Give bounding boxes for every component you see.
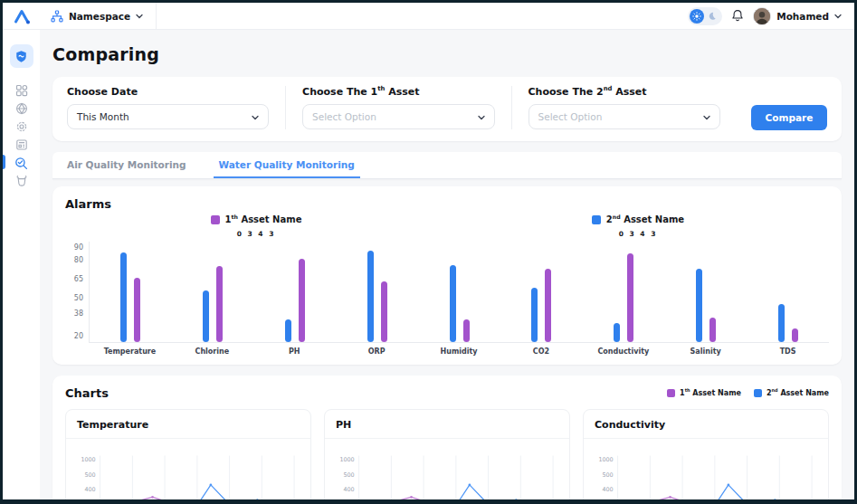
legend-swatch-blue: [592, 215, 601, 224]
x-category-label: Salinity: [664, 347, 747, 356]
chevron-down-icon: [703, 115, 710, 120]
conductivity-line-chart: 1000500400300: [595, 448, 817, 504]
tab-water-quality-monitoring[interactable]: Water Quality Monitoring: [214, 152, 360, 178]
bar-2nd-asset-name[interactable]: [778, 304, 785, 342]
app-window: Namespace: [0, 0, 857, 504]
chart-card-ph: PH1000500400300: [324, 409, 570, 504]
sidebar-item-shield[interactable]: [10, 44, 33, 68]
alarm-icon: [15, 175, 28, 187]
asset2-select-placeholder: Select Option: [538, 111, 603, 122]
x-category-label: Temperature: [89, 347, 171, 356]
dark-mode-icon[interactable]: [706, 11, 717, 22]
bar-group-conductivity: [583, 242, 665, 342]
light-mode-icon[interactable]: [690, 9, 704, 24]
legend-swatch-blue: [754, 389, 762, 397]
charts-legend-second-asset: 2nd Asset Name: [754, 389, 829, 397]
x-category-label: ORP: [336, 347, 418, 356]
bar-chart-y-axis: 908065503820: [65, 242, 89, 343]
svg-text:400: 400: [343, 486, 354, 493]
bar-2nd-asset-name[interactable]: [203, 290, 209, 342]
bar-2nd-asset-name[interactable]: [367, 251, 374, 342]
first-asset-alarm-counts: 0 3 4 3: [237, 230, 276, 238]
charts-legend-first-asset: 1th Asset Name: [667, 389, 741, 397]
x-category-label: CO2: [500, 347, 582, 356]
user-name: Mohamed: [776, 11, 829, 22]
bar-1th-asset-name[interactable]: [627, 253, 633, 342]
sidebar-item-form-list[interactable]: [3, 136, 40, 154]
compare-search-icon: [14, 157, 28, 170]
sidebar-item-dashboard[interactable]: [3, 81, 40, 100]
bar-group-salinity: [664, 242, 747, 342]
compare-button[interactable]: Compare: [751, 105, 827, 130]
svg-text:400: 400: [84, 486, 95, 493]
bar-1th-asset-name[interactable]: [463, 319, 470, 342]
form-list-icon: [15, 138, 28, 151]
y-tick-label: 38: [74, 309, 83, 318]
bar-2nd-asset-name[interactable]: [614, 323, 620, 342]
bar-2nd-asset-name[interactable]: [450, 265, 456, 342]
date-select[interactable]: This Month: [67, 104, 269, 129]
alarms-title: Alarms: [65, 197, 829, 211]
ph-line-chart: 1000500400300: [336, 448, 558, 504]
svg-text:500: 500: [84, 471, 95, 479]
sphere-icon: [15, 102, 28, 115]
bar-2nd-asset-name[interactable]: [531, 288, 538, 342]
date-filter-label: Choose Date: [67, 86, 269, 98]
sidebar-item-settings[interactable]: [3, 118, 40, 136]
theme-toggle[interactable]: [688, 7, 722, 25]
namespace-label: Namespace: [69, 11, 130, 22]
notifications-bell-icon[interactable]: [731, 9, 744, 23]
tab-air-quality-monitoring[interactable]: Air Quality Monitoring: [62, 152, 192, 178]
sidebar-item-alarm[interactable]: [3, 172, 40, 190]
namespace-selector[interactable]: Namespace: [40, 3, 157, 29]
x-category-label: TDS: [747, 347, 829, 356]
bar-group-orp: [336, 242, 418, 342]
x-category-label: Humidity: [418, 347, 500, 356]
y-tick-label: 65: [74, 275, 83, 283]
svg-text:500: 500: [602, 471, 613, 479]
bar-2nd-asset-name[interactable]: [120, 252, 127, 342]
y-tick-label: 80: [74, 256, 83, 264]
bar-1th-asset-name[interactable]: [792, 328, 798, 342]
x-category-label: Conductivity: [582, 347, 664, 356]
bar-1th-asset-name[interactable]: [709, 318, 716, 342]
asset1-select[interactable]: Select Option: [302, 104, 494, 129]
y-tick-label: 20: [74, 332, 83, 340]
alarms-section: Alarms 1th Asset Name 0 3 4 3: [52, 186, 842, 365]
sidebar-item-compare-search[interactable]: [3, 154, 40, 172]
bar-1th-asset-name[interactable]: [381, 281, 387, 342]
chart-card-title: PH: [336, 419, 558, 431]
svg-text:400: 400: [602, 486, 613, 493]
legend-swatch-purple: [211, 215, 220, 224]
svg-text:500: 500: [343, 471, 354, 479]
bar-2nd-asset-name[interactable]: [696, 269, 702, 342]
active-page-indicator: [3, 155, 5, 169]
chart-card-title: Temperature: [77, 419, 300, 431]
bar-2nd-asset-name[interactable]: [285, 319, 291, 342]
main-content: Comparing Choose Date This Month: [40, 30, 854, 499]
bar-group-humidity: [418, 242, 500, 342]
chart-card-temperature: Temperature1000500400300: [65, 409, 311, 504]
logo-icon: [13, 7, 31, 25]
asset2-select[interactable]: Select Option: [528, 104, 720, 129]
chevron-down-icon: [478, 115, 485, 120]
legend-first-asset: 1th Asset Name: [211, 214, 302, 224]
bar-1th-asset-name[interactable]: [134, 278, 140, 342]
charts-title: Charts: [65, 386, 109, 400]
svg-text:1000: 1000: [81, 456, 95, 463]
charts-section: Charts 1th Asset Name 2nd Asset Name: [52, 376, 842, 504]
bar-group-temperature: [90, 242, 172, 342]
bar-1th-asset-name[interactable]: [299, 259, 305, 342]
user-menu[interactable]: Mohamed: [753, 7, 842, 25]
chart-card-conductivity: Conductivity1000500400300: [583, 409, 829, 504]
date-select-value: This Month: [77, 111, 129, 122]
sidebar: [3, 30, 40, 499]
bar-chart-x-labels: TemperatureChlorinePHORPHumidityCO2Condu…: [89, 347, 829, 356]
chart-card-title: Conductivity: [595, 419, 817, 431]
y-tick-label: 90: [74, 243, 83, 252]
temperature-line-chart: 1000500400300: [77, 448, 300, 504]
sidebar-item-sphere[interactable]: [3, 100, 40, 118]
asset1-filter-label: Choose The 1th Asset: [302, 86, 494, 98]
bar-1th-asset-name[interactable]: [216, 266, 223, 342]
bar-1th-asset-name[interactable]: [545, 269, 551, 342]
